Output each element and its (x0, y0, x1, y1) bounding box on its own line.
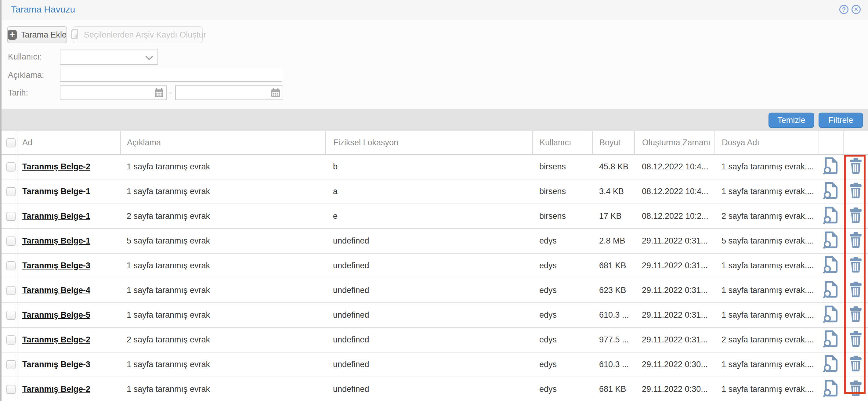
column-header-lokasyon[interactable]: Fiziksel Lokasyon (326, 131, 533, 154)
document-name-link[interactable]: Taranmış Belge-1 (22, 187, 90, 196)
delete-trash-icon[interactable] (849, 281, 863, 300)
row-checkbox[interactable] (6, 335, 16, 344)
user-select[interactable] (60, 49, 158, 65)
description-cell: 1 sayfa taranmış evrak (121, 352, 326, 377)
preview-document-icon[interactable] (823, 379, 839, 399)
delete-trash-icon[interactable] (849, 380, 863, 399)
document-name-link[interactable]: Taranmış Belge-2 (22, 162, 90, 171)
preview-document-icon[interactable] (823, 280, 839, 300)
document-name-link[interactable]: Taranmış Belge-3 (22, 360, 90, 369)
column-header-kullanici[interactable]: Kullanıcı (533, 131, 592, 154)
physical-location-cell: undefined (326, 278, 533, 303)
column-header-aciklama[interactable]: Açıklama (121, 131, 326, 154)
preview-document-icon[interactable] (823, 305, 839, 325)
row-checkbox[interactable] (6, 261, 16, 270)
document-name-link[interactable]: Taranmış Belge-2 (22, 384, 90, 394)
delete-trash-icon[interactable] (849, 182, 863, 201)
calendar-icon[interactable] (271, 88, 281, 98)
row-checkbox[interactable] (6, 162, 16, 172)
created-time-cell: 29.11.2022 0:31... (634, 253, 715, 278)
create-archive-button[interactable]: Seçilenlerden Arşiv Kaydı Oluştur (73, 26, 203, 43)
physical-location-cell: undefined (326, 253, 533, 278)
row-checkbox[interactable] (6, 286, 16, 295)
document-name-link[interactable]: Taranmış Belge-5 (22, 310, 90, 319)
window-left-edge (0, 0, 2, 401)
physical-location-cell: a (326, 179, 533, 204)
preview-document-icon[interactable] (823, 206, 839, 226)
date-to-field (175, 86, 283, 100)
row-checkbox[interactable] (6, 187, 16, 196)
toolbar: + Tarama Ekle Seçilenlerden Arşiv Kaydı … (0, 20, 868, 109)
file-name-cell: 1 sayfa taranmış evrak.... (715, 154, 819, 179)
row-checkbox[interactable] (6, 237, 16, 246)
file-name-cell: 1 sayfa taranmış evrak.... (715, 352, 819, 377)
preview-document-icon[interactable] (823, 354, 839, 374)
row-checkbox[interactable] (6, 311, 16, 320)
row-checkbox[interactable] (6, 360, 16, 369)
preview-document-icon[interactable] (823, 182, 839, 202)
delete-trash-icon[interactable] (849, 331, 863, 349)
created-time-cell: 08.12.2022 10:2... (634, 204, 715, 228)
document-name-link[interactable]: Taranmış Belge-2 (22, 335, 90, 344)
table-row: Taranmış Belge-1 2 sayfa taranmış evrak … (0, 204, 868, 228)
calendar-icon[interactable] (154, 88, 164, 98)
column-header-ad[interactable]: Ad (17, 131, 121, 154)
preview-document-icon[interactable] (823, 330, 839, 350)
preview-document-icon[interactable] (823, 157, 839, 177)
filter-actions-bar: Temizle Filtrele (0, 109, 868, 131)
description-input[interactable] (60, 68, 282, 82)
preview-document-icon[interactable] (823, 231, 839, 251)
description-label: Açıklama: (8, 70, 44, 80)
document-name-link[interactable]: Taranmış Belge-1 (22, 236, 90, 245)
delete-trash-icon[interactable] (849, 306, 863, 325)
row-checkbox[interactable] (6, 212, 16, 221)
user-cell: birsens (533, 179, 592, 204)
description-cell: 2 sayfa taranmış evrak (121, 328, 326, 352)
delete-trash-icon[interactable] (849, 256, 863, 275)
help-icon[interactable]: ? (839, 5, 848, 14)
column-header-preview (819, 131, 843, 154)
delete-trash-icon[interactable] (849, 355, 863, 374)
file-name-cell: 1 sayfa taranmış evrak.... (715, 278, 819, 303)
physical-location-cell: undefined (326, 377, 533, 401)
date-from-input[interactable] (60, 86, 167, 100)
user-cell: edys (533, 377, 592, 401)
table-row: Taranmış Belge-3 1 sayfa taranmış evrak … (0, 253, 868, 278)
date-to-input[interactable] (175, 86, 283, 100)
select-all-checkbox[interactable] (6, 138, 16, 147)
size-cell: 610.3 ... (592, 303, 634, 328)
created-time-cell: 29.11.2022 0:30... (634, 377, 715, 401)
file-name-cell: 1 sayfa taranmış evrak.... (715, 253, 819, 278)
document-name-link[interactable]: Taranmış Belge-1 (22, 212, 90, 221)
document-name-link[interactable]: Taranmış Belge-3 (22, 261, 90, 270)
physical-location-cell: e (326, 204, 533, 228)
table-row: Taranmış Belge-1 1 sayfa taranmış evrak … (0, 179, 868, 204)
column-header-boyut[interactable]: Boyut (592, 131, 634, 154)
document-name-link[interactable]: Taranmış Belge-4 (22, 286, 90, 295)
delete-trash-icon[interactable] (849, 157, 863, 176)
close-icon[interactable]: ✕ (851, 5, 861, 14)
table-row: Taranmış Belge-2 1 sayfa taranmış evrak … (0, 377, 868, 401)
physical-location-cell: undefined (326, 303, 533, 328)
clear-button[interactable]: Temizle (769, 113, 814, 128)
physical-location-cell: undefined (326, 228, 533, 253)
preview-document-icon[interactable] (823, 256, 839, 276)
titlebar: Tarama Havuzu ? ✕ (0, 0, 868, 21)
table-row: Taranmış Belge-4 1 sayfa taranmış evrak … (0, 278, 868, 303)
user-cell: birsens (533, 204, 592, 228)
user-cell: edys (533, 253, 592, 278)
filter-button[interactable]: Filtrele (818, 113, 863, 128)
column-header-dosya[interactable]: Dosya Adı (715, 131, 819, 154)
user-cell: edys (533, 352, 592, 377)
delete-trash-icon[interactable] (849, 207, 863, 225)
row-checkbox[interactable] (6, 385, 16, 394)
size-cell: 681 KB (592, 377, 634, 401)
delete-trash-icon[interactable] (849, 232, 863, 250)
add-scan-button[interactable]: + Tarama Ekle (7, 26, 67, 43)
size-cell: 681 KB (592, 253, 634, 278)
user-cell: edys (533, 228, 592, 253)
created-time-cell: 29.11.2022 0:31... (634, 278, 715, 303)
description-cell: 5 sayfa taranmış evrak (121, 228, 326, 253)
file-name-cell: 2 sayfa taranmış evrak.... (715, 204, 819, 228)
column-header-zaman[interactable]: Oluşturma Zamanı (634, 131, 715, 154)
